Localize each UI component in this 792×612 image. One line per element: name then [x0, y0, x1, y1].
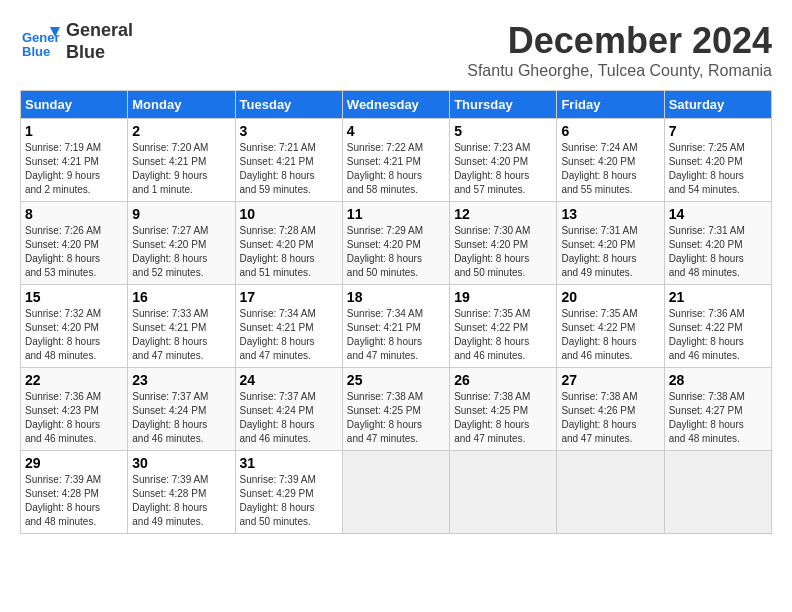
day-number: 17	[240, 289, 338, 305]
day-info: Sunrise: 7:31 AM Sunset: 4:20 PM Dayligh…	[561, 224, 659, 280]
day-info: Sunrise: 7:29 AM Sunset: 4:20 PM Dayligh…	[347, 224, 445, 280]
day-info: Sunrise: 7:25 AM Sunset: 4:20 PM Dayligh…	[669, 141, 767, 197]
day-number: 28	[669, 372, 767, 388]
day-number: 7	[669, 123, 767, 139]
calendar-cell: 13Sunrise: 7:31 AM Sunset: 4:20 PM Dayli…	[557, 202, 664, 285]
day-info: Sunrise: 7:36 AM Sunset: 4:23 PM Dayligh…	[25, 390, 123, 446]
day-number: 18	[347, 289, 445, 305]
day-info: Sunrise: 7:39 AM Sunset: 4:28 PM Dayligh…	[132, 473, 230, 529]
day-info: Sunrise: 7:39 AM Sunset: 4:29 PM Dayligh…	[240, 473, 338, 529]
calendar-cell: 1Sunrise: 7:19 AM Sunset: 4:21 PM Daylig…	[21, 119, 128, 202]
day-number: 25	[347, 372, 445, 388]
calendar-cell: 4Sunrise: 7:22 AM Sunset: 4:21 PM Daylig…	[342, 119, 449, 202]
logo-icon: General Blue	[20, 22, 60, 62]
calendar-cell: 5Sunrise: 7:23 AM Sunset: 4:20 PM Daylig…	[450, 119, 557, 202]
svg-text:Blue: Blue	[22, 44, 50, 59]
day-info: Sunrise: 7:37 AM Sunset: 4:24 PM Dayligh…	[132, 390, 230, 446]
day-info: Sunrise: 7:38 AM Sunset: 4:25 PM Dayligh…	[347, 390, 445, 446]
day-number: 15	[25, 289, 123, 305]
calendar-cell: 21Sunrise: 7:36 AM Sunset: 4:22 PM Dayli…	[664, 285, 771, 368]
header-cell-friday: Friday	[557, 91, 664, 119]
calendar-cell: 20Sunrise: 7:35 AM Sunset: 4:22 PM Dayli…	[557, 285, 664, 368]
calendar-cell: 6Sunrise: 7:24 AM Sunset: 4:20 PM Daylig…	[557, 119, 664, 202]
day-number: 9	[132, 206, 230, 222]
day-number: 2	[132, 123, 230, 139]
page-title: December 2024	[467, 20, 772, 62]
logo: General Blue General Blue	[20, 20, 133, 63]
calendar-cell: 26Sunrise: 7:38 AM Sunset: 4:25 PM Dayli…	[450, 368, 557, 451]
calendar-header-row: SundayMondayTuesdayWednesdayThursdayFrid…	[21, 91, 772, 119]
calendar-cell: 12Sunrise: 7:30 AM Sunset: 4:20 PM Dayli…	[450, 202, 557, 285]
day-info: Sunrise: 7:39 AM Sunset: 4:28 PM Dayligh…	[25, 473, 123, 529]
calendar-cell: 11Sunrise: 7:29 AM Sunset: 4:20 PM Dayli…	[342, 202, 449, 285]
day-info: Sunrise: 7:38 AM Sunset: 4:26 PM Dayligh…	[561, 390, 659, 446]
day-info: Sunrise: 7:22 AM Sunset: 4:21 PM Dayligh…	[347, 141, 445, 197]
day-info: Sunrise: 7:31 AM Sunset: 4:20 PM Dayligh…	[669, 224, 767, 280]
day-info: Sunrise: 7:23 AM Sunset: 4:20 PM Dayligh…	[454, 141, 552, 197]
day-number: 23	[132, 372, 230, 388]
day-number: 16	[132, 289, 230, 305]
day-info: Sunrise: 7:34 AM Sunset: 4:21 PM Dayligh…	[347, 307, 445, 363]
calendar-cell: 15Sunrise: 7:32 AM Sunset: 4:20 PM Dayli…	[21, 285, 128, 368]
day-number: 3	[240, 123, 338, 139]
header-cell-monday: Monday	[128, 91, 235, 119]
day-number: 21	[669, 289, 767, 305]
calendar-cell: 7Sunrise: 7:25 AM Sunset: 4:20 PM Daylig…	[664, 119, 771, 202]
page-header: General Blue General Blue December 2024 …	[20, 20, 772, 80]
calendar-cell: 29Sunrise: 7:39 AM Sunset: 4:28 PM Dayli…	[21, 451, 128, 534]
day-number: 11	[347, 206, 445, 222]
day-number: 6	[561, 123, 659, 139]
day-info: Sunrise: 7:24 AM Sunset: 4:20 PM Dayligh…	[561, 141, 659, 197]
day-info: Sunrise: 7:32 AM Sunset: 4:20 PM Dayligh…	[25, 307, 123, 363]
calendar-cell	[342, 451, 449, 534]
calendar-cell: 9Sunrise: 7:27 AM Sunset: 4:20 PM Daylig…	[128, 202, 235, 285]
day-number: 12	[454, 206, 552, 222]
day-info: Sunrise: 7:36 AM Sunset: 4:22 PM Dayligh…	[669, 307, 767, 363]
week-row-5: 29Sunrise: 7:39 AM Sunset: 4:28 PM Dayli…	[21, 451, 772, 534]
day-number: 29	[25, 455, 123, 471]
header-cell-thursday: Thursday	[450, 91, 557, 119]
day-info: Sunrise: 7:21 AM Sunset: 4:21 PM Dayligh…	[240, 141, 338, 197]
calendar-cell: 3Sunrise: 7:21 AM Sunset: 4:21 PM Daylig…	[235, 119, 342, 202]
calendar-cell: 14Sunrise: 7:31 AM Sunset: 4:20 PM Dayli…	[664, 202, 771, 285]
calendar-cell: 17Sunrise: 7:34 AM Sunset: 4:21 PM Dayli…	[235, 285, 342, 368]
calendar-cell: 2Sunrise: 7:20 AM Sunset: 4:21 PM Daylig…	[128, 119, 235, 202]
day-number: 27	[561, 372, 659, 388]
day-number: 5	[454, 123, 552, 139]
calendar-cell: 25Sunrise: 7:38 AM Sunset: 4:25 PM Dayli…	[342, 368, 449, 451]
calendar-cell: 24Sunrise: 7:37 AM Sunset: 4:24 PM Dayli…	[235, 368, 342, 451]
day-info: Sunrise: 7:28 AM Sunset: 4:20 PM Dayligh…	[240, 224, 338, 280]
day-number: 1	[25, 123, 123, 139]
day-info: Sunrise: 7:38 AM Sunset: 4:27 PM Dayligh…	[669, 390, 767, 446]
calendar-cell: 30Sunrise: 7:39 AM Sunset: 4:28 PM Dayli…	[128, 451, 235, 534]
calendar-cell: 27Sunrise: 7:38 AM Sunset: 4:26 PM Dayli…	[557, 368, 664, 451]
header-cell-tuesday: Tuesday	[235, 91, 342, 119]
header-cell-saturday: Saturday	[664, 91, 771, 119]
week-row-1: 1Sunrise: 7:19 AM Sunset: 4:21 PM Daylig…	[21, 119, 772, 202]
day-number: 4	[347, 123, 445, 139]
week-row-4: 22Sunrise: 7:36 AM Sunset: 4:23 PM Dayli…	[21, 368, 772, 451]
page-subtitle: Sfantu Gheorghe, Tulcea County, Romania	[467, 62, 772, 80]
day-info: Sunrise: 7:38 AM Sunset: 4:25 PM Dayligh…	[454, 390, 552, 446]
day-number: 26	[454, 372, 552, 388]
calendar-body: 1Sunrise: 7:19 AM Sunset: 4:21 PM Daylig…	[21, 119, 772, 534]
day-number: 20	[561, 289, 659, 305]
day-info: Sunrise: 7:26 AM Sunset: 4:20 PM Dayligh…	[25, 224, 123, 280]
calendar-cell	[664, 451, 771, 534]
header-cell-wednesday: Wednesday	[342, 91, 449, 119]
calendar-cell: 31Sunrise: 7:39 AM Sunset: 4:29 PM Dayli…	[235, 451, 342, 534]
calendar-cell	[557, 451, 664, 534]
day-number: 30	[132, 455, 230, 471]
day-info: Sunrise: 7:33 AM Sunset: 4:21 PM Dayligh…	[132, 307, 230, 363]
calendar-cell: 23Sunrise: 7:37 AM Sunset: 4:24 PM Dayli…	[128, 368, 235, 451]
title-block: December 2024 Sfantu Gheorghe, Tulcea Co…	[467, 20, 772, 80]
day-number: 24	[240, 372, 338, 388]
calendar-cell: 8Sunrise: 7:26 AM Sunset: 4:20 PM Daylig…	[21, 202, 128, 285]
week-row-3: 15Sunrise: 7:32 AM Sunset: 4:20 PM Dayli…	[21, 285, 772, 368]
day-number: 13	[561, 206, 659, 222]
day-number: 10	[240, 206, 338, 222]
logo-text: General Blue	[66, 20, 133, 63]
day-info: Sunrise: 7:27 AM Sunset: 4:20 PM Dayligh…	[132, 224, 230, 280]
calendar-table: SundayMondayTuesdayWednesdayThursdayFrid…	[20, 90, 772, 534]
day-number: 19	[454, 289, 552, 305]
